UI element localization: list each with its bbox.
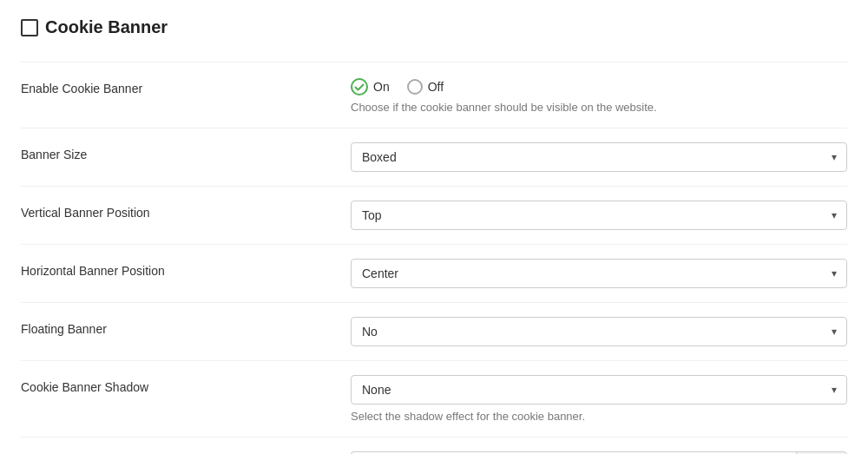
settings-row-enable-cookie-banner: Enable Cookie Banner OnOffChoose if the … (21, 62, 847, 128)
label-cookie-banner-shadow: Cookie Banner Shadow (21, 375, 351, 394)
settings-row-vertical-banner-position: Vertical Banner PositionTopBottom▾ (21, 186, 847, 244)
settings-row-horizontal-banner-position: Horizontal Banner PositionLeftCenterRigh… (21, 244, 847, 302)
select-floating-banner[interactable]: NoYes (351, 317, 847, 346)
select-vertical-banner-position[interactable]: TopBottom (351, 201, 847, 230)
select-banner-size[interactable]: BoxedFull Width (351, 142, 847, 172)
helper-cookie-banner-shadow: Select the shadow effect for the cookie … (351, 410, 847, 423)
control-cookie-banner-shadow: NoneLightMediumHeavy▾Select the shadow e… (351, 375, 847, 423)
label-enable-cookie-banner: Enable Cookie Banner (21, 76, 351, 95)
control-vertical-banner-position: TopBottom▾ (351, 201, 847, 230)
control-floating-banner: NoYes▾ (351, 317, 847, 346)
select-wrapper-cookie-banner-shadow: NoneLightMediumHeavy▾ (351, 375, 847, 405)
radio-option-off[interactable]: Off (407, 79, 444, 95)
label-floating-banner: Floating Banner (21, 317, 351, 336)
cookie-icon (21, 19, 38, 36)
radio-circle-icon (407, 79, 423, 95)
control-banner-size: BoxedFull Width▾ (351, 142, 847, 172)
select-wrapper-banner-size: BoxedFull Width▾ (351, 142, 847, 172)
label-banner-size: Banner Size (21, 142, 351, 161)
checkmark-icon (351, 78, 368, 95)
radio-label-off: Off (428, 80, 444, 94)
svg-point-0 (352, 79, 367, 95)
select-wrapper-vertical-banner-position: TopBottom▾ (351, 201, 847, 230)
page-title: Cookie Banner (45, 17, 168, 37)
settings-row-floating-banner: Floating BannerNoYes▾ (21, 302, 847, 360)
radio-option-on[interactable]: On (351, 78, 390, 95)
radio-label-on: On (373, 80, 390, 94)
radio-group-enable-cookie-banner: OnOff (351, 76, 847, 95)
page-header: Cookie Banner (21, 17, 847, 37)
control-horizontal-banner-position: LeftCenterRight▾ (351, 259, 847, 288)
settings-container: Enable Cookie Banner OnOffChoose if the … (21, 62, 847, 454)
label-vertical-banner-position: Vertical Banner Position (21, 201, 351, 220)
settings-row-elements-border-radius: Elements Border RadiuspixelInsert the bo… (21, 437, 847, 454)
control-enable-cookie-banner: OnOffChoose if the cookie banner should … (351, 76, 847, 114)
select-horizontal-banner-position[interactable]: LeftCenterRight (351, 259, 847, 288)
settings-row-cookie-banner-shadow: Cookie Banner ShadowNoneLightMediumHeavy… (21, 360, 847, 437)
settings-row-banner-size: Banner SizeBoxedFull Width▾ (21, 128, 847, 186)
select-wrapper-floating-banner: NoYes▾ (351, 317, 847, 346)
select-wrapper-horizontal-banner-position: LeftCenterRight▾ (351, 259, 847, 288)
select-cookie-banner-shadow[interactable]: NoneLightMediumHeavy (351, 375, 847, 405)
label-horizontal-banner-position: Horizontal Banner Position (21, 259, 351, 278)
helper-enable-cookie-banner: Choose if the cookie banner should be vi… (351, 101, 847, 114)
